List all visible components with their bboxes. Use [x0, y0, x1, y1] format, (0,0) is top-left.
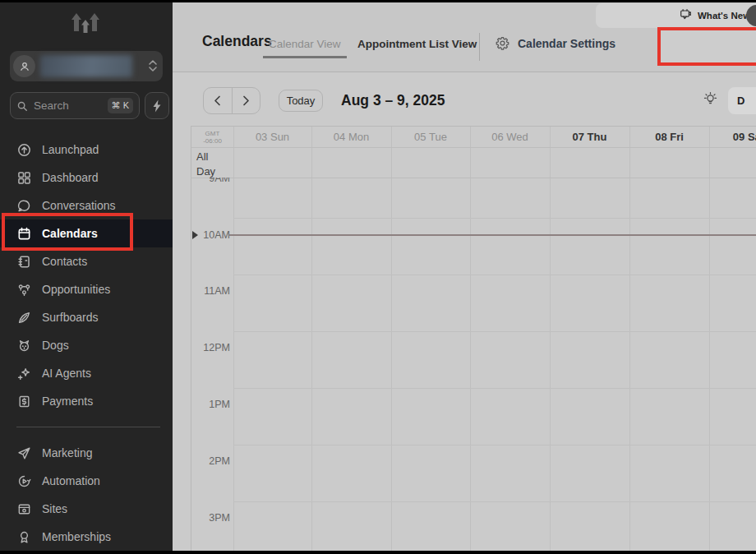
date-nav-group	[203, 87, 260, 114]
calendar-grid: GMT -06:00 03 Sun 04 Mon 05 Tue 06 Wed 0…	[191, 126, 756, 554]
search-icon	[16, 100, 28, 112]
lightning-bolt-icon	[152, 99, 162, 113]
announcement-icon	[680, 8, 692, 21]
dog-icon	[17, 339, 31, 353]
sidebar-item-launchpad[interactable]: Launchpad	[0, 136, 173, 164]
quick-actions-button[interactable]	[145, 92, 169, 119]
current-time-line	[229, 234, 756, 236]
day-header-thu[interactable]: 07 Thu	[550, 131, 629, 144]
hour-label-12pm: 12PM	[194, 341, 230, 354]
tab-appointment-list-view[interactable]: Appointment List View	[357, 38, 477, 50]
sidebar-item-sites[interactable]: Sites	[0, 495, 173, 523]
annotation-box-calendar-settings	[657, 27, 756, 66]
chevron-right-icon	[242, 95, 250, 106]
dashboard-icon	[17, 171, 31, 185]
tab-calendar-view[interactable]: Calendar View	[269, 38, 341, 50]
hour-label-1pm: 1PM	[194, 398, 230, 411]
search-placeholder: Search	[34, 99, 108, 112]
hour-line	[233, 218, 756, 219]
calendar-icon	[17, 227, 31, 241]
whats-new-label: What's New	[698, 11, 750, 21]
hour-line	[233, 331, 756, 332]
sidebar-item-payments[interactable]: Payments	[0, 387, 173, 415]
gear-icon	[496, 36, 509, 50]
hour-label-2pm: 2PM	[194, 455, 230, 468]
sidebar-nav-secondary: Marketing Automation Sites	[0, 439, 173, 551]
hour-label-9am: 9AM	[194, 178, 230, 185]
payments-icon	[17, 395, 31, 409]
sidebar-item-conversations[interactable]: Conversations	[0, 192, 173, 219]
day-header-tue[interactable]: 05 Tue	[391, 131, 470, 144]
play-circle-icon	[17, 474, 31, 488]
launchpad-icon	[17, 143, 31, 157]
today-button[interactable]: Today	[279, 90, 323, 112]
sparkles-icon	[17, 367, 31, 381]
calendar-settings-button[interactable]: Calendar Settings	[496, 36, 615, 50]
day-header-sun[interactable]: 03 Sun	[233, 131, 311, 144]
opportunities-icon	[17, 283, 31, 297]
timezone-label: GMT -06:00	[191, 130, 233, 145]
hour-line	[233, 388, 756, 389]
hour-label-11am: 11AM	[194, 284, 230, 298]
sidebar-item-ai-agents[interactable]: AI Agents	[0, 359, 173, 387]
day-header-fri[interactable]: 08 Fri	[629, 131, 709, 144]
paper-plane-icon	[17, 446, 31, 460]
hour-line	[233, 501, 756, 502]
sidebar-item-automation[interactable]: Automation	[0, 467, 173, 495]
current-time-arrow-icon	[192, 231, 198, 239]
chevron-updown-icon	[148, 58, 158, 74]
sidebar-item-dashboard[interactable]: Dashboard	[0, 164, 173, 192]
hour-label-10am: 10AM	[194, 229, 230, 242]
app-logo-icon	[70, 12, 103, 42]
browser-icon	[17, 502, 31, 516]
active-tab-underline	[263, 56, 347, 58]
lightbulb-icon[interactable]	[703, 91, 718, 107]
account-avatar	[13, 55, 35, 77]
sidebar-item-calendars[interactable]: Calendars	[0, 219, 173, 247]
grid-header-line	[191, 147, 756, 148]
next-week-button[interactable]	[233, 88, 260, 113]
sidebar-item-memberships[interactable]: Memberships	[0, 523, 173, 551]
sidebar-nav-main: Launchpad Dashboard Conversations	[0, 136, 173, 415]
all-day-label: All Day	[196, 150, 215, 179]
search-input[interactable]: Search ⌘ K	[10, 92, 140, 119]
sidebar-item-contacts[interactable]: Contacts	[0, 247, 173, 275]
calendar-body[interactable]: 9AM 10AM 11AM 12PM 1PM 2PM 3PM	[191, 178, 756, 554]
header-divider	[479, 33, 480, 61]
chevron-left-icon	[214, 95, 221, 106]
search-shortcut-badge: ⌘ K	[108, 98, 133, 113]
sidebar-item-dogs[interactable]: Dogs	[0, 331, 173, 359]
bottom-black-strip	[0, 551, 756, 554]
calendar-settings-label: Calendar Settings	[518, 37, 615, 50]
conversations-icon	[17, 199, 31, 213]
page-header: Calendars Calendar View Appointment List…	[173, 0, 756, 72]
sidebar-item-marketing[interactable]: Marketing	[0, 439, 173, 467]
account-name-blurred	[40, 55, 132, 77]
sidebar-divider	[16, 427, 160, 427]
sidebar-item-opportunities[interactable]: Opportunities	[0, 275, 173, 303]
surfboard-icon	[17, 311, 31, 325]
hour-line	[233, 275, 756, 275]
hour-label-3pm: 3PM	[194, 511, 230, 524]
prev-week-button[interactable]	[204, 88, 233, 113]
main-content: Calendars Calendar View Appointment List…	[173, 0, 756, 554]
sidebar-item-surfboards[interactable]: Surfboards	[0, 303, 173, 331]
day-header-mon[interactable]: 04 Mon	[311, 131, 391, 144]
ribbon-icon	[17, 530, 31, 544]
top-black-strip	[0, 0, 756, 2]
day-header-wed[interactable]: 06 Wed	[470, 131, 550, 144]
page-title: Calendars	[202, 33, 272, 50]
view-switcher-button[interactable]: D	[728, 87, 756, 114]
date-range-label: Aug 3 – 9, 2025	[341, 92, 445, 109]
hour-line	[233, 445, 756, 446]
contacts-icon	[17, 255, 31, 269]
account-selector[interactable]	[10, 51, 163, 81]
day-header-sat[interactable]: 09 Sat	[709, 131, 756, 144]
app-window: Search ⌘ K Launchpad Dashboard	[0, 0, 756, 554]
sidebar: Search ⌘ K Launchpad Dashboard	[0, 0, 173, 554]
